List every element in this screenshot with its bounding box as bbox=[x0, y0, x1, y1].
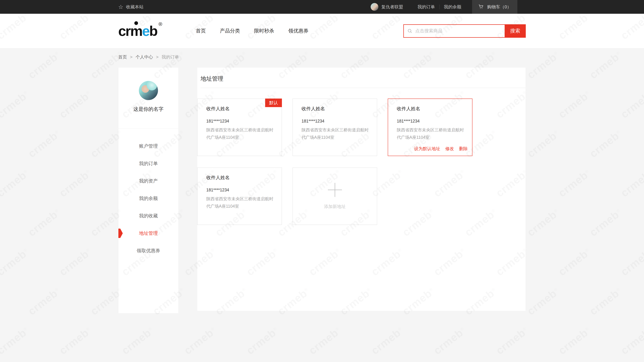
watermark-text: crmeb® bbox=[0, 48, 0, 81]
site-header: crmeb ® 首页 产品分类 限时秒杀 领优惠券 搜索 bbox=[0, 14, 644, 48]
user-sidebar: 这是你的名字 账户管理 我的订单 我的资产 我的余额 我的收藏 地址管理 领取优… bbox=[118, 67, 178, 313]
watermark-text: crmeb® bbox=[119, 324, 156, 357]
topbar-avatar[interactable] bbox=[371, 3, 378, 11]
page-title: 地址管理 bbox=[197, 67, 526, 88]
watermark-text: crmeb® bbox=[57, 167, 94, 199]
watermark-text: crmeb® bbox=[26, 48, 63, 81]
nav-item-coupons[interactable]: 领优惠券 bbox=[288, 27, 308, 34]
sidebar-item-orders[interactable]: 我的订单 bbox=[118, 155, 178, 172]
watermark-text: crmeb® bbox=[431, 324, 468, 357]
recipient-phone: 181****1234 bbox=[206, 188, 275, 192]
search-icon bbox=[407, 28, 412, 34]
watermark-text: crmeb® bbox=[0, 127, 0, 160]
watermark-text: crmeb® bbox=[618, 245, 644, 278]
recipient-phone: 181****1234 bbox=[397, 119, 466, 123]
watermark-text: crmeb® bbox=[0, 206, 0, 239]
address-card-hovered[interactable]: 收件人姓名 181****1234 陕西省西安市未央区三桥街道启航时代广场A座1… bbox=[388, 98, 472, 156]
username: 这是你的名字 bbox=[118, 106, 178, 113]
watermark-text: crmeb® bbox=[0, 88, 32, 121]
watermark-text: crmeb® bbox=[587, 206, 624, 239]
watermark-text: crmeb® bbox=[26, 285, 63, 318]
user-nickname[interactable]: 复仇者联盟 bbox=[381, 4, 403, 10]
cart-icon bbox=[478, 4, 484, 10]
sidebar-item-favorites[interactable]: 我的收藏 bbox=[118, 207, 178, 225]
watermark-text: crmeb® bbox=[587, 127, 624, 160]
watermark-text: crmeb® bbox=[494, 324, 531, 357]
recipient-phone: 181****1234 bbox=[206, 119, 275, 123]
watermark-text: crmeb® bbox=[26, 206, 63, 239]
cart-count: （0） bbox=[500, 4, 511, 10]
sidebar-item-balance[interactable]: 我的余额 bbox=[118, 190, 178, 207]
topbar-my-balance-link[interactable]: 我的余额 bbox=[440, 4, 466, 10]
favorite-site[interactable]: ☆ 收藏本站 bbox=[118, 4, 144, 10]
nav-item-seckill[interactable]: 限时秒杀 bbox=[254, 27, 274, 34]
sidebar-item-address[interactable]: 地址管理 bbox=[118, 225, 178, 242]
sidebar-menu: 账户管理 我的订单 我的资产 我的余额 我的收藏 地址管理 领取优惠券 bbox=[118, 137, 178, 259]
breadcrumb: 首页 > 个人中心 > 我的订单 bbox=[118, 54, 526, 60]
cart-label: 购物车 bbox=[487, 4, 500, 10]
nav-item-home[interactable]: 首页 bbox=[196, 27, 206, 34]
watermark-text: crmeb® bbox=[57, 324, 94, 357]
crmeb-logo[interactable]: crmeb ® bbox=[118, 24, 162, 38]
topbar: ☆ 收藏本站 复仇者联盟 我的订单 我的余额 购物车 （0） bbox=[0, 0, 644, 14]
set-default-address-button[interactable]: 设为默认地址 bbox=[414, 146, 440, 152]
address-panel: 地址管理 默认 收件人姓名 181****1234 陕西省西安市未央区三桥街道启… bbox=[197, 67, 526, 311]
sidebar-item-assets[interactable]: 我的资产 bbox=[118, 172, 178, 190]
breadcrumb-separator: > bbox=[156, 54, 158, 60]
delete-address-button[interactable]: 删除 bbox=[459, 146, 468, 152]
breadcrumb-separator: > bbox=[130, 54, 132, 60]
watermark-text: crmeb® bbox=[306, 324, 344, 357]
watermark-text: crmeb® bbox=[57, 88, 94, 121]
address-card-default[interactable]: 默认 收件人姓名 181****1234 陕西省西安市未央区三桥街道启航时代广场… bbox=[197, 98, 282, 156]
watermark-text: crmeb® bbox=[587, 48, 624, 81]
active-marker bbox=[118, 229, 123, 238]
recipient-address: 陕西省西安市未央区三桥街道启航时代广场A座1104室 bbox=[302, 126, 372, 141]
watermark-text: crmeb® bbox=[244, 324, 281, 357]
topbar-my-orders-link[interactable]: 我的订单 bbox=[413, 4, 440, 10]
watermark-text: crmeb® bbox=[618, 88, 644, 121]
sidebar-divider bbox=[118, 128, 178, 129]
watermark-text: crmeb® bbox=[182, 324, 219, 357]
card-actions: 设为默认地址 修改 删除 bbox=[414, 146, 468, 152]
add-address-label: 添加新地址 bbox=[324, 204, 346, 210]
watermark-text: crmeb® bbox=[618, 324, 644, 357]
watermark-text: crmeb® bbox=[556, 245, 593, 278]
watermark-text: crmeb® bbox=[0, 324, 32, 357]
edit-address-button[interactable]: 修改 bbox=[445, 146, 454, 152]
watermark-text: crmeb® bbox=[525, 285, 562, 318]
search-input[interactable] bbox=[412, 25, 505, 37]
recipient-name: 收件人姓名 bbox=[206, 106, 275, 112]
watermark-text: crmeb® bbox=[369, 324, 406, 357]
nav-item-categories[interactable]: 产品分类 bbox=[220, 27, 240, 34]
search-button[interactable]: 搜索 bbox=[505, 24, 526, 38]
logo-text-b: b bbox=[149, 24, 157, 38]
recipient-phone: 181****1234 bbox=[302, 119, 370, 123]
recipient-name: 收件人姓名 bbox=[206, 174, 275, 181]
watermark-text: crmeb® bbox=[0, 285, 0, 318]
star-icon: ☆ bbox=[118, 4, 123, 10]
watermark-text: crmeb® bbox=[587, 285, 624, 318]
sidebar-item-account[interactable]: 账户管理 bbox=[118, 137, 178, 155]
watermark-text: crmeb® bbox=[525, 206, 562, 239]
watermark-text: crmeb® bbox=[556, 167, 593, 199]
default-badge: 默认 bbox=[265, 98, 282, 107]
sidebar-item-coupons[interactable]: 领取优惠券 bbox=[118, 242, 178, 259]
recipient-address: 陕西省西安市未央区三桥街道启航时代广场A座1104室 bbox=[206, 195, 277, 210]
recipient-name: 收件人姓名 bbox=[397, 106, 466, 112]
watermark-text: crmeb® bbox=[0, 167, 32, 199]
address-card[interactable]: 收件人姓名 181****1234 陕西省西安市未央区三桥街道启航时代广场A座1… bbox=[197, 167, 282, 225]
breadcrumb-current: 我的订单 bbox=[162, 54, 179, 60]
cart-button[interactable]: 购物车 （0） bbox=[472, 0, 518, 14]
registered-mark: ® bbox=[158, 22, 162, 27]
recipient-name: 收件人姓名 bbox=[302, 106, 370, 112]
breadcrumb-user-center[interactable]: 个人中心 bbox=[136, 54, 153, 60]
watermark-text: crmeb® bbox=[525, 127, 562, 160]
breadcrumb-home[interactable]: 首页 bbox=[118, 54, 127, 60]
title-divider bbox=[200, 88, 526, 88]
logo-dot bbox=[134, 21, 138, 25]
main-nav: 首页 产品分类 限时秒杀 领优惠券 bbox=[196, 27, 308, 34]
recipient-address: 陕西省西安市未央区三桥街道启航时代广场A座1104室 bbox=[206, 126, 277, 141]
add-address-button[interactable]: 添加新地址 bbox=[292, 167, 377, 225]
watermark-text: crmeb® bbox=[0, 245, 32, 278]
address-card[interactable]: 收件人姓名 181****1234 陕西省西安市未央区三桥街道启航时代广场A座1… bbox=[292, 98, 377, 156]
